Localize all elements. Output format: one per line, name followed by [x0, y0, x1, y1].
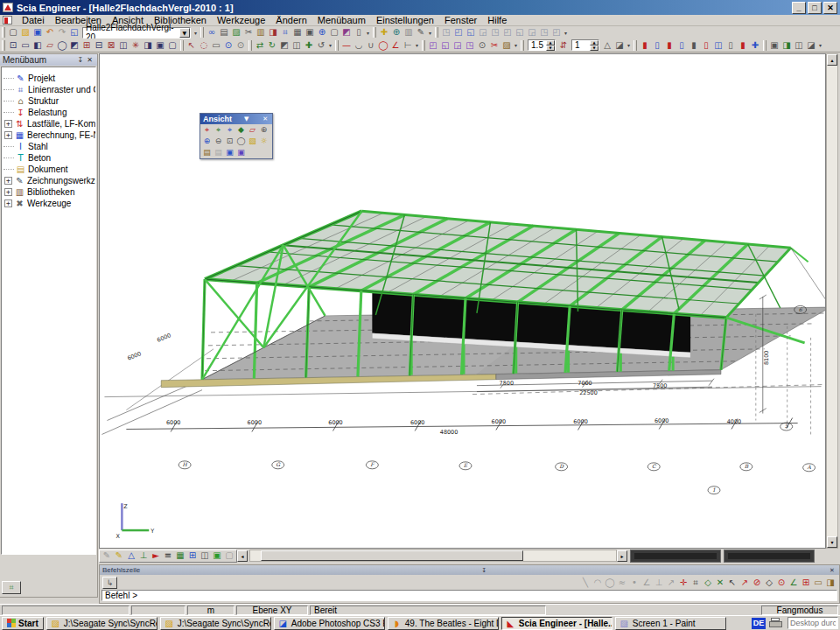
toolbar-grip[interactable] [248, 40, 252, 51]
toolbar-grip[interactable] [373, 27, 376, 38]
print-data-icon[interactable]: ▤ [218, 27, 230, 38]
snap-midpoint-icon[interactable]: ◇ [702, 577, 714, 588]
overflow-chevron-icon[interactable]: ▾ [192, 30, 199, 36]
draw-line-tool-icon[interactable]: ╲ [579, 577, 592, 588]
overflow-chevron-icon[interactable]: ▾ [513, 42, 519, 48]
vertical-scrollbar[interactable]: ▴ ▾ [826, 53, 838, 549]
tree-item-linienraster-und-geschosse[interactable]: ⌗Linienraster und Geschosse [4, 84, 95, 95]
layout-window-2-icon[interactable]: ◱ [439, 39, 452, 51]
supports-display-icon[interactable]: ⊞ [186, 550, 199, 562]
command-input[interactable]: Befehl > [102, 590, 837, 601]
menu-item-einstellungen[interactable]: Einstellungen [371, 15, 439, 25]
view-window-7-icon[interactable]: ◱ [514, 27, 526, 38]
strip-collapse-icon[interactable]: ◂ [237, 550, 248, 562]
toolbar-grip[interactable] [2, 40, 5, 51]
render-mode-icon[interactable]: ▧ [247, 136, 258, 147]
menu-item--ndern[interactable]: Ändern [270, 15, 312, 25]
table-icon[interactable]: ▦ [291, 27, 304, 38]
bracing-icon[interactable]: ▯ [676, 39, 688, 51]
taskbar-task[interactable]: ◗49. The Beatles - Eight D... [388, 617, 499, 630]
paste-icon[interactable]: ▥ [255, 27, 267, 38]
horizontal-scrollbar-thumb[interactable] [261, 550, 523, 561]
scroll-right-icon[interactable]: ▸ [617, 550, 627, 562]
cut-icon[interactable]: ✂ [242, 27, 255, 38]
toolbar-grip[interactable] [180, 40, 184, 51]
view-window-6-icon[interactable]: ◰ [501, 27, 514, 38]
select-previous-icon[interactable]: ◩ [68, 39, 80, 51]
visibility-icon[interactable]: ⊙ [476, 39, 488, 51]
view-z-icon[interactable]: ⌖ [224, 124, 235, 136]
combobox-dropdown-icon[interactable]: ▼ [179, 28, 190, 38]
tree-item-belastung[interactable]: ↧Belastung [4, 107, 95, 118]
annotate-icon[interactable]: ✎ [415, 27, 427, 38]
pin-icon[interactable]: ↧ [480, 567, 488, 574]
plate-icon[interactable]: ◫ [712, 39, 724, 51]
snap-grid-icon[interactable]: ⌗ [690, 577, 702, 588]
expand-icon[interactable]: + [4, 120, 12, 128]
project-combobox[interactable]: Halle2FlachdachVergl-20 ▼ [82, 27, 191, 38]
new-page-icon[interactable]: ▯ [353, 27, 365, 38]
member-axes-icon[interactable]: ⊥ [137, 550, 150, 562]
shading-icon[interactable]: ▢ [223, 550, 235, 562]
snap-center-icon[interactable]: ⊙ [775, 577, 788, 588]
select-wildcard-icon[interactable]: ✳ [130, 39, 142, 51]
filter-manager-icon[interactable]: ◪ [805, 39, 817, 51]
expand-icon[interactable]: + [4, 188, 12, 196]
draw-angle-tool-icon[interactable]: ∠ [640, 577, 653, 588]
panel-tab-menubaum[interactable]: ⌗ [2, 581, 21, 594]
scroll-down-icon[interactable]: ▾ [827, 536, 837, 548]
select-invert-icon[interactable]: ◨ [142, 39, 154, 51]
overflow-chevron-icon[interactable]: ▾ [626, 42, 632, 48]
draw-circle-icon[interactable]: ◯ [377, 39, 389, 51]
zoom-all-icon[interactable]: ◯ [235, 136, 247, 147]
command-history-button[interactable]: ↳ [102, 577, 117, 589]
move-ucs-icon[interactable]: ⇄ [254, 39, 266, 51]
spinner-arrows-icon[interactable]: ▲▼ [546, 40, 555, 51]
overflow-chevron-icon[interactable]: ▾ [414, 42, 420, 48]
toolbar-grip[interactable] [422, 40, 425, 51]
close-icon[interactable]: ✕ [85, 56, 94, 64]
toolbar-grip[interactable] [634, 40, 637, 51]
link-icon[interactable]: ∞ [206, 27, 218, 38]
wireframe-active-icon[interactable]: ✎ [113, 550, 125, 562]
select-beam-icon[interactable]: ▭ [19, 39, 32, 51]
maximize-button[interactable]: □ [808, 2, 822, 14]
snap-off-icon[interactable]: ⊘ [751, 577, 763, 588]
view-window-1-icon[interactable]: ◳ [440, 27, 452, 38]
rafter-icon[interactable]: ▯ [700, 39, 712, 51]
language-indicator[interactable]: DE [752, 618, 766, 629]
gallery-icon[interactable]: ◩ [340, 27, 353, 38]
taskbar-task[interactable]: ▨J:\Seagate Sync\SyncRe... [46, 617, 158, 630]
status-unit[interactable]: m [187, 606, 234, 615]
undo-icon[interactable]: ↶ [44, 27, 56, 38]
overflow-chevron-icon[interactable]: ▾ [563, 30, 569, 36]
export-view-icon[interactable]: ▨ [500, 39, 513, 51]
select-remove-icon[interactable]: ⊟ [93, 39, 105, 51]
pin-icon[interactable]: ↧ [76, 56, 86, 64]
clip-view-icon[interactable]: ✂ [488, 39, 500, 51]
expand-icon[interactable]: + [4, 131, 12, 139]
expand-icon[interactable]: + [4, 200, 12, 207]
print-view-icon[interactable]: ▤ [201, 147, 213, 158]
print-view-disabled-icon[interactable]: ▤ [213, 147, 224, 158]
start-button[interactable]: Start [2, 617, 44, 630]
toolbar-grip[interactable] [2, 27, 5, 38]
surface-colors-icon[interactable]: ▣ [211, 550, 223, 562]
expand-icon[interactable]: + [4, 177, 12, 185]
mdi-child-icon[interactable] [3, 16, 12, 24]
close-icon[interactable]: ✕ [828, 567, 836, 574]
draw-line-icon[interactable]: — [340, 39, 353, 51]
view-window-2-icon[interactable]: ◰ [452, 27, 465, 38]
draw-perp-tool-icon[interactable]: ⊥ [653, 577, 665, 588]
image-export-icon[interactable]: ▨ [230, 27, 242, 38]
tree-item-stahl[interactable]: IStahl [4, 141, 95, 152]
purlin-icon[interactable]: ▮ [688, 39, 700, 51]
render-icon[interactable]: ◨ [267, 27, 279, 38]
rotate-ucs-icon[interactable]: ↻ [266, 39, 278, 51]
clipboard-icon[interactable]: ▥ [402, 27, 415, 38]
tree-item-struktur[interactable]: ⌂Struktur [4, 95, 95, 107]
toolbar-grip[interactable] [763, 40, 766, 51]
steel-beam-icon[interactable]: ▯ [651, 39, 663, 51]
levels-icon[interactable]: △ [601, 39, 613, 51]
bolt-icon[interactable]: ▯ [724, 39, 737, 51]
